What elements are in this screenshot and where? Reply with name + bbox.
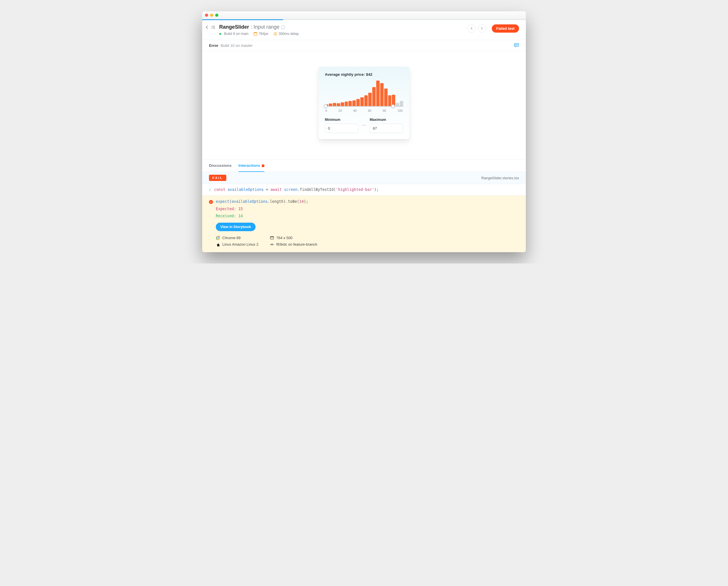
- histogram-bar: [341, 102, 344, 106]
- expand-icon[interactable]: [281, 25, 285, 29]
- fail-indicator-icon: [262, 164, 264, 167]
- next-button[interactable]: [478, 24, 486, 33]
- delay-meta: 300ms delay: [273, 32, 299, 36]
- tab-discussions[interactable]: Discussions: [209, 159, 232, 171]
- histogram-bar: [396, 103, 399, 106]
- histogram-bar: [368, 93, 372, 106]
- view-in-storybook-button[interactable]: View in Storybook: [216, 223, 255, 231]
- viewport-env-meta: 764 x 500: [270, 236, 519, 240]
- histogram-bar: [348, 101, 352, 106]
- slider-thumb-max[interactable]: [391, 104, 395, 108]
- histogram-bar: [329, 104, 332, 106]
- back-icon[interactable]: [205, 24, 209, 30]
- svg-rect-1: [213, 26, 215, 26]
- min-label: Minimum: [325, 118, 341, 122]
- tick-label: 0: [325, 109, 327, 112]
- build-status: Build 9 on main: [219, 32, 248, 36]
- chrome-icon: [216, 236, 220, 240]
- histogram-bar: [364, 95, 368, 106]
- test-env-meta: Chrome 89 764 x 500 Linux Amazon Linux 2…: [216, 236, 519, 246]
- fail-badge: FAIL: [209, 175, 226, 181]
- max-label: Maximum: [370, 118, 386, 122]
- histogram-bar: [380, 83, 383, 106]
- histogram-bar: [352, 100, 356, 106]
- min-input[interactable]: [325, 124, 358, 133]
- viewport-meta: 764px: [254, 32, 268, 36]
- error-subheader: Error Build 10 on master: [202, 40, 526, 51]
- svg-rect-10: [514, 44, 519, 47]
- component-canvas: Average nightly price: $42 020406080100 …: [202, 51, 526, 159]
- apple-icon: [216, 242, 220, 246]
- window-titlebar: [202, 11, 526, 19]
- histogram-bar: [400, 101, 403, 106]
- test-result-header: FAIL RangeSlider.stories.tsx: [202, 172, 526, 184]
- commit-icon: [270, 242, 274, 246]
- test-file-name: RangeSlider.stories.tsx: [481, 176, 519, 180]
- status-dot-icon: [219, 33, 221, 35]
- max-input[interactable]: [370, 124, 403, 133]
- svg-point-4: [211, 28, 212, 29]
- histogram-bar: [372, 87, 376, 106]
- maximize-window-button[interactable]: [215, 14, 218, 17]
- histogram-chart: [325, 81, 403, 106]
- histogram-bar: [333, 103, 336, 106]
- slider-thumb-min[interactable]: [324, 104, 328, 108]
- minimize-window-button[interactable]: [210, 14, 213, 17]
- code-text: const availableOptions = await screen.fi…: [214, 187, 379, 192]
- range-slider-component: Average nightly price: $42 020406080100 …: [319, 66, 409, 139]
- tick-label: 80: [383, 109, 386, 112]
- chart-title: Average nightly price: $42: [325, 72, 403, 77]
- dimensions-icon: [270, 236, 274, 240]
- page-title: RangeSlider : Input range: [219, 24, 299, 30]
- slider-track[interactable]: [325, 106, 403, 107]
- os-meta: Linux Amazon Linux 2: [216, 242, 270, 246]
- histogram-bar: [345, 102, 348, 106]
- tick-label: 60: [368, 109, 371, 112]
- svg-rect-3: [213, 27, 215, 28]
- tab-interactions[interactable]: Interactions: [239, 159, 265, 171]
- browser-meta: Chrome 89: [216, 236, 270, 240]
- list-icon[interactable]: [211, 24, 216, 30]
- code-text: expect(availableOptions.length).toBe(14)…: [216, 199, 308, 204]
- range-separator: —: [362, 123, 366, 128]
- failed-assertion-block: ✕ expect(availableOptions.length).toBe(1…: [202, 195, 526, 252]
- comments-icon[interactable]: [514, 43, 519, 48]
- app-window: RangeSlider : Input range Build 9 on mai…: [202, 11, 526, 252]
- test-status-pill[interactable]: Failed test: [492, 24, 519, 33]
- tick-label: 100: [398, 109, 403, 112]
- histogram-bar: [388, 95, 392, 106]
- tick-label: 20: [338, 109, 342, 112]
- svg-point-12: [217, 237, 218, 238]
- viewport-icon: [254, 32, 257, 36]
- received-value: Received: 14: [216, 214, 519, 218]
- histogram-bar: [356, 99, 360, 106]
- svg-rect-14: [270, 237, 274, 237]
- histogram-bar: [384, 88, 387, 106]
- panel-tabs: Discussions Interactions: [202, 159, 526, 172]
- prev-button[interactable]: [467, 24, 476, 33]
- svg-rect-8: [254, 32, 257, 33]
- svg-point-15: [271, 244, 273, 245]
- axis-ticks: 020406080100: [325, 109, 403, 112]
- svg-rect-5: [213, 28, 215, 29]
- commit-meta: f93kdc on feature-branch: [270, 242, 519, 246]
- close-window-button[interactable]: [205, 14, 208, 17]
- expected-value: Expected: 15: [216, 207, 519, 211]
- svg-point-0: [211, 26, 212, 26]
- histogram-bar: [337, 103, 340, 106]
- passed-assertion: ✓ const availableOptions = await screen.…: [202, 184, 526, 195]
- page-header: RangeSlider : Input range Build 9 on mai…: [202, 20, 526, 40]
- check-icon: ✓: [209, 187, 211, 192]
- tick-label: 40: [353, 109, 357, 112]
- histogram-bar: [360, 97, 364, 106]
- clock-icon: [273, 32, 277, 36]
- error-icon: ✕: [209, 200, 213, 204]
- svg-point-2: [211, 27, 212, 28]
- histogram-bar: [376, 81, 380, 106]
